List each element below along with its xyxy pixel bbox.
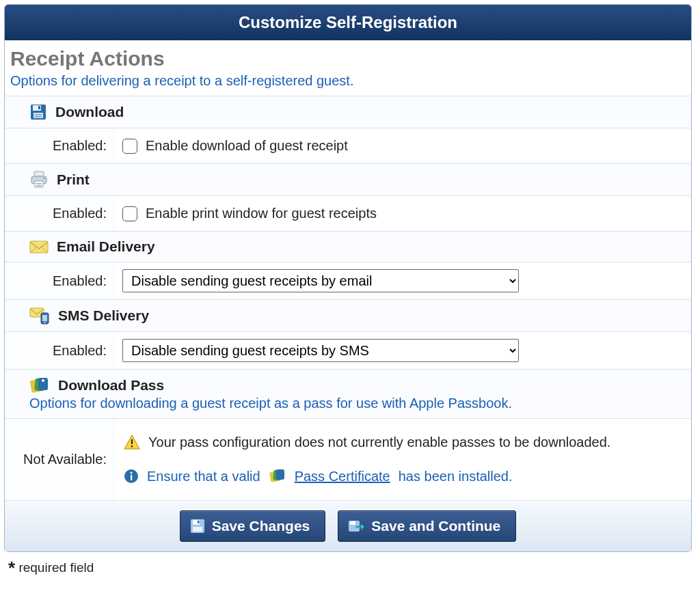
download-enabled-row: Enabled: Enable download of guest receip… [5,128,691,163]
email-title: Email Delivery [57,238,155,255]
save-floppy-icon [190,519,205,534]
passbook-icon [29,376,50,394]
download-title: Download [55,104,124,120]
svg-rect-5 [35,116,42,118]
info-icon [124,469,139,484]
download-enabled-checkbox[interactable] [122,139,137,154]
printer-icon [29,171,49,189]
sms-envelope-phone-icon [29,307,50,325]
email-group-header: Email Delivery [5,232,691,262]
section-header: Receipt Actions Options for delivering a… [5,40,691,96]
sms-enabled-row: Enabled: Disable sending guest receipts … [5,331,691,369]
passbook-small-icon [269,469,286,484]
svg-rect-10 [36,185,42,187]
svg-rect-21 [131,439,133,444]
svg-point-16 [44,322,45,323]
print-title: Print [57,171,90,188]
pass-certificate-link[interactable]: Pass Certificate [295,465,390,487]
sms-group-header: SMS Delivery [5,300,691,331]
customize-self-registration-panel: Customize Self-Registration Receipt Acti… [4,4,692,552]
svg-rect-22 [131,445,133,448]
pass-group-header: Download Pass Options for downloading a … [5,370,691,418]
sms-enabled-label: Enabled: [5,333,114,368]
download-group-header: Download [5,96,691,128]
svg-point-20 [42,379,44,382]
svg-rect-34 [350,521,355,525]
svg-rect-24 [131,475,132,480]
svg-rect-12 [30,241,48,253]
svg-point-11 [44,178,45,179]
svg-rect-9 [36,183,42,184]
svg-rect-28 [276,469,284,480]
button-bar: Save Changes Save and Continue [5,500,691,551]
pass-not-available-row: Not Available: Your pass configuration d… [5,418,691,500]
pass-info-suffix: has been installed. [399,465,513,487]
pass-desc: Options for downloading a guest receipt … [29,396,686,411]
save-continue-arrow-icon [348,519,364,534]
print-group-header: Print [5,164,691,195]
email-enabled-label: Enabled: [5,264,114,299]
download-enabled-text: Enable download of guest receipt [146,138,348,154]
pass-title: Download Pass [58,377,164,394]
svg-rect-31 [198,521,200,523]
save-and-continue-label: Save and Continue [371,518,500,534]
save-changes-label: Save Changes [212,518,310,534]
pass-warning-text: Your pass configuration does not current… [148,431,610,453]
envelope-icon [29,239,49,254]
svg-rect-4 [35,114,42,115]
pass-info-prefix: Ensure that a valid [147,465,260,487]
svg-rect-15 [42,315,47,321]
floppy-disk-icon [29,103,47,121]
panel-title: Customize Self-Registration [5,5,691,40]
save-changes-button[interactable]: Save Changes [180,510,326,542]
sms-enabled-select[interactable]: Disable sending guest receipts by SMS [122,339,519,362]
required-field-note: * required field [4,552,696,584]
svg-rect-2 [38,106,40,109]
svg-rect-3 [33,113,43,118]
warning-triangle-icon [124,435,140,450]
pass-not-available-label: Not Available: [5,419,114,500]
email-enabled-row: Enabled: Disable sending guest receipts … [5,262,691,299]
email-enabled-select[interactable]: Disable sending guest receipts by email [122,269,519,292]
download-enabled-label: Enabled: [5,128,114,163]
svg-rect-32 [193,527,202,532]
section-title: Receipt Actions [5,40,691,72]
sms-title: SMS Delivery [58,307,149,324]
section-desc: Options for delivering a receipt to a se… [5,72,691,96]
print-enabled-checkbox[interactable] [122,206,137,221]
svg-point-25 [131,472,133,474]
print-enabled-label: Enabled: [5,196,114,231]
print-enabled-row: Enabled: Enable print window for guest r… [5,195,691,231]
required-field-text: required field [18,560,94,575]
print-enabled-text: Enable print window for guest receipts [146,206,377,221]
save-and-continue-button[interactable]: Save and Continue [338,510,516,542]
svg-rect-6 [34,171,44,176]
required-asterisk: * [8,558,15,578]
